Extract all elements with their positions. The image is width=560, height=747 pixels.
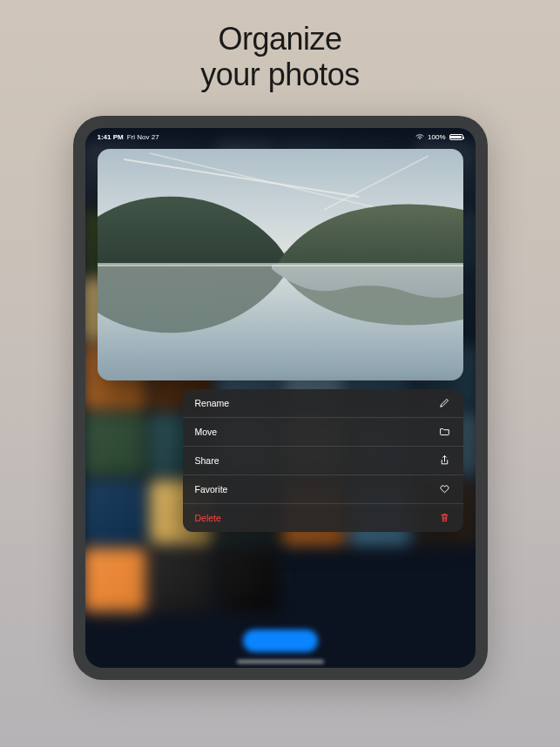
tablet-device-frame: 1:41 PM Fri Nov 27 100% [73, 116, 488, 680]
status-time: 1:41 PM [98, 133, 124, 141]
promo-headline: Organize your photos [200, 21, 360, 93]
photo-thumbnail [85, 548, 145, 612]
photo-thumbnail [85, 480, 145, 544]
photo-thumbnail [215, 548, 278, 612]
status-bar: 1:41 PM Fri Nov 27 100% [85, 128, 476, 144]
photo-thumbnail [85, 413, 145, 477]
svg-rect-5 [98, 263, 463, 266]
tablet-screen: 1:41 PM Fri Nov 27 100% [85, 128, 476, 668]
heart-icon [439, 483, 451, 495]
status-date: Fri Nov 27 [127, 133, 159, 141]
menu-item-label: Rename [195, 398, 230, 408]
menu-item-label: Favorite [195, 484, 228, 495]
home-indicator [237, 660, 324, 663]
menu-item-label: Delete [195, 513, 221, 523]
headline-line1: Organize [218, 21, 341, 57]
battery-icon [449, 134, 463, 140]
share-icon [439, 454, 451, 467]
wifi-icon [415, 133, 424, 142]
pencil-icon [439, 397, 451, 409]
menu-item-move[interactable]: Move [183, 418, 463, 447]
menu-item-delete[interactable]: Delete [183, 504, 463, 532]
context-menu: RenameMoveShareFavoriteDelete [183, 389, 463, 532]
menu-item-label: Move [195, 427, 218, 437]
menu-item-favorite[interactable]: Favorite [183, 475, 463, 504]
menu-item-label: Share [195, 455, 219, 466]
status-battery-label: 100% [428, 133, 445, 141]
menu-item-rename[interactable]: Rename [183, 389, 463, 418]
headline-line2: your photos [200, 57, 360, 92]
photo-thumbnail [149, 548, 212, 612]
primary-action-button[interactable] [243, 629, 318, 652]
photo-preview-card[interactable] [98, 149, 463, 380]
trash-icon [439, 512, 451, 524]
menu-item-share[interactable]: Share [183, 447, 463, 475]
folder-icon [439, 426, 451, 438]
